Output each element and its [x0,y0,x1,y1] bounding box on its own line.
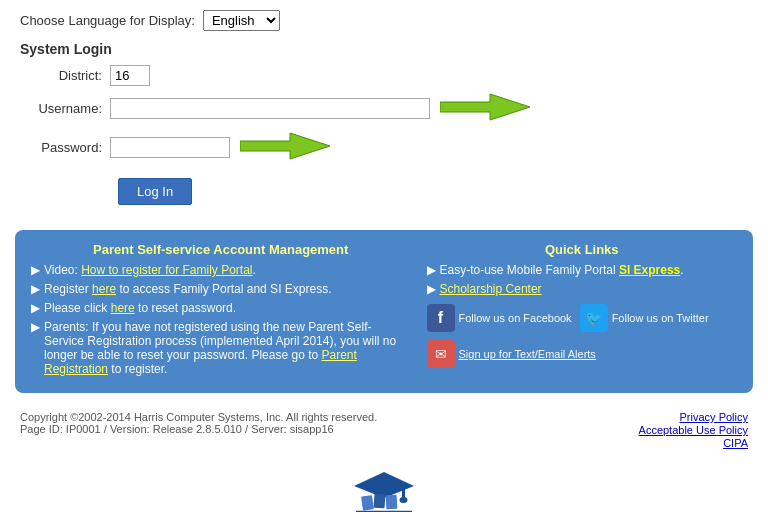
privacy-policy-link[interactable]: Privacy Policy [639,411,748,423]
info-item-4: ▶ Parents: If you have not registered us… [31,320,411,376]
username-input-wrapper [110,92,530,125]
footer-links: Privacy Policy Acceptable Use Policy CIP… [639,411,748,450]
username-input[interactable] [110,98,430,119]
facebook-label: Follow us on Facebook [459,312,572,324]
facebook-icon: f [427,304,455,332]
username-row: Username: [30,92,748,125]
login-button[interactable]: Log In [118,178,192,205]
svg-rect-6 [374,494,386,509]
quick-link-1-text: Easy-to-use Mobile Family Portal SI Expr… [440,263,684,277]
twitter-button[interactable]: 🐦 Follow us on Twitter [580,304,709,332]
info-right-panel: Quick Links ▶ Easy-to-use Mobile Family … [427,242,738,381]
pgcps-logo: PGCPS [344,468,424,512]
login-button-row: Log In [30,170,748,205]
register-here-link[interactable]: here [92,282,116,296]
info-item-1-text: Video: How to register for Family Portal… [44,263,256,277]
ql-bullet-1: ▶ [427,263,436,277]
bullet-4: ▶ [31,320,40,334]
svg-rect-7 [386,495,398,510]
bullet-2: ▶ [31,282,40,296]
language-row: Choose Language for Display: English Spa… [20,10,748,31]
password-input[interactable] [110,137,230,158]
quick-link-1: ▶ Easy-to-use Mobile Family Portal SI Ex… [427,263,738,277]
district-input[interactable] [110,65,150,86]
copyright-text: Copyright ©2002-2014 Harris Computer Sys… [20,411,377,423]
right-panel-title: Quick Links [427,242,738,257]
password-label: Password: [30,140,110,155]
ql-bullet-2: ▶ [427,282,436,296]
system-login-title: System Login [20,41,748,57]
info-item-2: ▶ Register here to access Family Portal … [31,282,411,296]
social-row: f Follow us on Facebook 🐦 Follow us on T… [427,304,738,368]
signup-label: Sign up for Text/Email Alerts [459,347,596,361]
info-left-panel: Parent Self-service Account Management ▶… [31,242,411,381]
footer-top: Copyright ©2002-2014 Harris Computer Sys… [20,411,748,450]
language-select[interactable]: English Spanish [203,10,280,31]
password-row: Password: [30,131,748,164]
signup-button[interactable]: ✉ Sign up for Text/Email Alerts [427,340,596,368]
bullet-1: ▶ [31,263,40,277]
logo-area: PGCPS [0,458,768,512]
info-item-1: ▶ Video: How to register for Family Port… [31,263,411,277]
facebook-button[interactable]: f Follow us on Facebook [427,304,572,332]
quick-link-2: ▶ Scholarship Center [427,282,738,296]
info-item-4-text: Parents: If you have not registered usin… [44,320,411,376]
reset-password-link[interactable]: here [111,301,135,315]
district-label: District: [30,68,110,83]
left-panel-title: Parent Self-service Account Management [31,242,411,257]
footer-left: Copyright ©2002-2014 Harris Computer Sys… [20,411,377,435]
username-arrow [440,92,530,125]
scholarship-center-link[interactable]: Scholarship Center [440,282,542,296]
info-item-3: ▶ Please click here to reset password. [31,301,411,315]
twitter-icon: 🐦 [580,304,608,332]
cipa-link[interactable]: CIPA [639,437,748,449]
username-label: Username: [30,101,110,116]
svg-rect-5 [361,495,374,510]
password-arrow [240,131,330,164]
si-express-link[interactable]: SI Express [619,263,680,277]
svg-point-4 [400,497,408,503]
svg-marker-1 [240,133,330,159]
twitter-label: Follow us on Twitter [612,312,709,324]
language-label: Choose Language for Display: [20,13,195,28]
login-form: District: Username: Password: [30,65,748,205]
page-info-text: Page ID: IP0001 / Version: Release 2.8.5… [20,423,377,435]
info-item-2-text: Register here to access Family Portal an… [44,282,331,296]
acceptable-use-link[interactable]: Acceptable Use Policy [639,424,748,436]
quick-link-2-text: Scholarship Center [440,282,542,296]
info-box: Parent Self-service Account Management ▶… [15,230,753,393]
bullet-3: ▶ [31,301,40,315]
district-input-wrapper [110,65,150,86]
email-icon: ✉ [427,340,455,368]
svg-marker-0 [440,94,530,120]
top-section: Choose Language for Display: English Spa… [0,0,768,220]
logo-svg: PGCPS [344,468,424,512]
password-input-wrapper [110,131,330,164]
info-item-3-text: Please click here to reset password. [44,301,236,315]
register-family-portal-link[interactable]: How to register for Family Portal [81,263,252,277]
footer: Copyright ©2002-2014 Harris Computer Sys… [0,403,768,458]
parent-registration-link[interactable]: Parent Registration [44,348,357,376]
district-row: District: [30,65,748,86]
